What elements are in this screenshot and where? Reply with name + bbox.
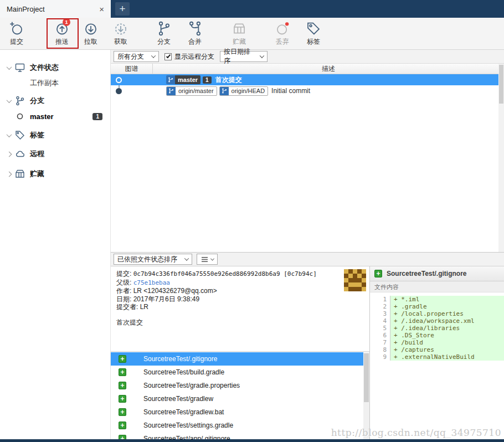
scrollbar-thumb[interactable] bbox=[364, 353, 369, 402]
show-remote-checkbox[interactable] bbox=[164, 53, 172, 60]
stash-icon bbox=[231, 20, 248, 37]
file-panel-toolbar: 已依照文件状态排序 bbox=[111, 252, 504, 266]
diff-line: 8+ /captures bbox=[370, 346, 504, 353]
discard-icon bbox=[274, 20, 291, 37]
branch-filter-dropdown[interactable]: 所有分支 bbox=[114, 51, 159, 62]
file-list-item[interactable]: + SourcetreeTest/build.gradle bbox=[111, 366, 369, 379]
sidebar-item-tags[interactable]: 标签 bbox=[0, 127, 110, 143]
stash-icon bbox=[14, 168, 27, 179]
sidebar-item-working-copy[interactable]: 工作副本 bbox=[0, 75, 110, 91]
ref-name: origin/HEAD bbox=[229, 86, 268, 95]
added-line: + /captures bbox=[390, 346, 504, 353]
fetch-button[interactable]: 获取 bbox=[107, 20, 134, 48]
sort-order-dropdown[interactable]: 按日期排序 bbox=[220, 51, 268, 62]
pull-button[interactable]: 拉取 bbox=[78, 20, 104, 48]
sourcetree-window: MainProject × + 提交 1 推送 拉取 bbox=[0, 0, 504, 442]
branch-icon bbox=[14, 95, 27, 106]
branch-filter-value: 所有分支 bbox=[117, 52, 144, 61]
committer-label: 提交者: bbox=[116, 303, 138, 311]
branch-ref-badge: master bbox=[166, 75, 200, 84]
diff-line: 9+ .externalNativeBuild bbox=[370, 353, 504, 361]
column-header-description[interactable]: 描述 bbox=[153, 64, 504, 74]
discard-button[interactable]: 丢弃 bbox=[269, 20, 296, 48]
chevron-down-icon bbox=[151, 53, 156, 58]
chevron-down-icon[interactable] bbox=[4, 99, 13, 103]
close-icon[interactable]: × bbox=[98, 4, 105, 14]
toolbar: 提交 1 推送 拉取 获取 分支 bbox=[0, 18, 504, 50]
view-options-dropdown[interactable] bbox=[197, 254, 218, 265]
main-content: 所有分支 显示远程分支 按日期排序 图谱 描述 bbox=[111, 50, 504, 442]
commit-button[interactable]: 提交 bbox=[3, 20, 30, 48]
fetch-icon bbox=[112, 20, 129, 37]
chevron-down-icon[interactable] bbox=[4, 66, 13, 70]
annotation-highlight-rect bbox=[47, 18, 79, 49]
sidebar-item-file-status[interactable]: 文件状态 bbox=[0, 60, 110, 75]
author-value: LR <1204326279@qq.com> bbox=[133, 287, 217, 295]
added-line: + *.iml bbox=[390, 296, 504, 303]
file-name: SourcetreeTest/gradle.properties bbox=[143, 382, 240, 389]
commit-row[interactable]: master 1 首次提交 bbox=[111, 74, 504, 85]
date-value: 2017年7月6日 9:38:49 bbox=[133, 295, 199, 303]
added-line: + /.idea/workspace.xml bbox=[390, 317, 504, 325]
column-header-graph[interactable]: 图谱 bbox=[111, 64, 153, 74]
sidebar-item-stashes[interactable]: 贮藏 bbox=[0, 166, 110, 182]
history-scrollbar[interactable] bbox=[498, 64, 504, 252]
branch-icon bbox=[220, 86, 229, 95]
sidebar-item-master[interactable]: master 1 bbox=[0, 109, 110, 124]
file-list-item[interactable]: + SourcetreeTest/gradle.properties bbox=[111, 379, 369, 392]
tag-icon bbox=[14, 130, 27, 141]
parent-hash-link[interactable]: c75e1bebaa bbox=[133, 279, 170, 286]
tag-button[interactable]: 标签 bbox=[300, 20, 327, 48]
watermark-text: http://blog.csdn.net/qq_34975710 bbox=[331, 427, 501, 438]
history-filter-bar: 所有分支 显示远程分支 按日期排序 bbox=[111, 50, 504, 64]
merge-button[interactable]: 合并 bbox=[182, 20, 208, 48]
file-list-item[interactable]: + SourcetreeTest/.gitignore bbox=[111, 352, 369, 366]
commit-row[interactable]: origin/master origin/HEAD Initial commit bbox=[111, 85, 504, 96]
file-list-item[interactable]: + SourcetreeTest/gradlew.bat bbox=[111, 405, 369, 419]
file-added-icon: + bbox=[119, 355, 126, 363]
repo-tab[interactable]: MainProject × bbox=[0, 0, 111, 18]
diff-line: 2+ .gradle bbox=[370, 303, 504, 310]
ref-name: origin/master bbox=[176, 86, 217, 95]
check-icon bbox=[166, 54, 170, 59]
chevron-right-icon[interactable] bbox=[4, 172, 13, 176]
file-status-icon bbox=[14, 62, 27, 73]
toolbar-button-label: 提交 bbox=[10, 37, 23, 47]
sidebar-item-label: 文件状态 bbox=[30, 63, 59, 73]
file-sort-dropdown[interactable]: 已依照文件状态排序 bbox=[114, 254, 192, 265]
stash-button[interactable]: 贮藏 bbox=[226, 20, 253, 48]
file-list-item[interactable]: + SourcetreeTest/gradlew bbox=[111, 392, 369, 405]
history-table-header: 图谱 描述 bbox=[111, 64, 504, 74]
commit-hash-label: 提交: bbox=[116, 270, 131, 277]
branch-icon bbox=[167, 86, 176, 95]
chevron-down-icon bbox=[260, 53, 264, 58]
commit-node-icon bbox=[116, 88, 122, 94]
chevron-right-icon[interactable] bbox=[4, 152, 13, 156]
file-added-icon: + bbox=[119, 422, 126, 429]
parent-label: 父级: bbox=[116, 279, 131, 286]
branch-ref-badge: origin/HEAD bbox=[219, 86, 269, 96]
sidebar-item-remotes[interactable]: 远程 bbox=[0, 146, 110, 162]
diff-line: 4+ /.idea/workspace.xml bbox=[370, 317, 504, 325]
history-table: master 1 首次提交 origin/master origin/ bbox=[111, 74, 504, 252]
sidebar-item-label: 远程 bbox=[30, 149, 44, 159]
pull-icon bbox=[83, 20, 99, 37]
added-line: + .gradle bbox=[390, 303, 504, 310]
current-branch-icon bbox=[14, 111, 27, 122]
toolbar-button-label: 贮藏 bbox=[233, 37, 246, 47]
sidebar-item-label: 贮藏 bbox=[30, 169, 44, 179]
sidebar-item-branches[interactable]: 分支 bbox=[0, 93, 110, 109]
line-number: 3 bbox=[370, 310, 390, 317]
scrollbar-thumb[interactable] bbox=[499, 65, 503, 104]
sidebar-item-label: 标签 bbox=[30, 130, 44, 140]
titlebar: MainProject × + bbox=[0, 0, 504, 18]
toolbar-button-label: 拉取 bbox=[84, 37, 97, 47]
commit-message: 首次提交 bbox=[215, 75, 242, 85]
diff-content: 1+ *.iml 2+ .gradle 3+ /local.properties… bbox=[370, 292, 504, 442]
added-line: + /build bbox=[390, 339, 504, 346]
new-tab-button[interactable]: + bbox=[115, 2, 130, 16]
cloud-icon bbox=[14, 148, 27, 160]
diff-line: 3+ /local.properties bbox=[370, 310, 504, 317]
chevron-down-icon[interactable] bbox=[4, 133, 13, 137]
branch-button[interactable]: 分支 bbox=[151, 20, 177, 48]
